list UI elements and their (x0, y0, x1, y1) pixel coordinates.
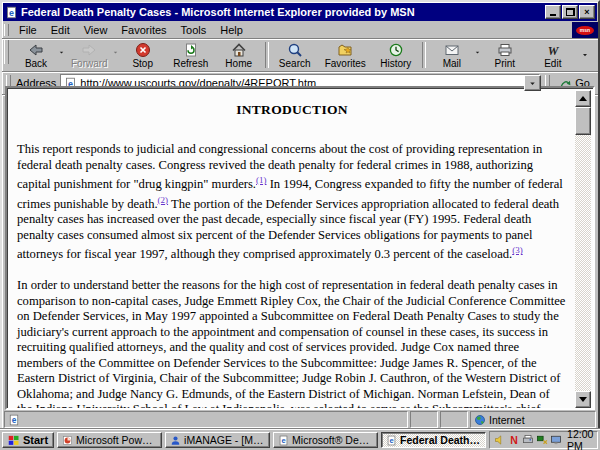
trayprint-icon[interactable] (522, 434, 534, 446)
favorites-icon (337, 42, 353, 58)
volume-icon[interactable] (494, 434, 506, 446)
menu-tools[interactable]: Tools (174, 23, 214, 37)
minimize-button[interactable] (545, 5, 561, 19)
toolbar-button-label: Stop (132, 58, 153, 69)
tray-icons: N (494, 434, 562, 446)
stop-button[interactable]: Stop (119, 40, 167, 70)
mail-button[interactable]: Mail (428, 40, 481, 70)
status-pane-3 (440, 411, 468, 428)
status-pane-2 (410, 411, 438, 428)
zone-label: Internet (489, 414, 525, 426)
toolbar-button-label: Home (225, 58, 252, 69)
start-button[interactable]: Start (2, 432, 54, 448)
menu-favorites[interactable]: Favorites (114, 23, 173, 37)
scrollbar-up-button[interactable] (575, 90, 591, 107)
system-tray: N 12:00 PM (489, 431, 598, 449)
restore-button[interactable] (562, 5, 578, 19)
vertical-scrollbar[interactable] (575, 90, 591, 408)
scrollbar-thumb[interactable] (575, 107, 591, 135)
title-bar[interactable]: e Federal Death Penalty Cases - Microsof… (3, 3, 597, 21)
taskbar-button-label: Microsoft PowerPoint - ... (76, 434, 157, 446)
taskbar-button[interactable]: iMANAGE - [Manage ... (165, 432, 270, 448)
arrow-up-icon (579, 96, 587, 101)
display-icon[interactable] (550, 434, 562, 446)
mail-icon (444, 42, 460, 58)
menu-help[interactable]: Help (213, 23, 250, 37)
menu-bar: FileEditViewFavoritesToolsHelp msn (2, 22, 598, 39)
toolbar-button-label: Refresh (173, 58, 208, 69)
search-button[interactable]: Search (271, 40, 319, 70)
restore-icon (566, 8, 575, 16)
toolbar-button-label: Edit (544, 58, 561, 69)
chevron-down-icon[interactable] (58, 49, 65, 56)
status-zone-pane: Internet (470, 411, 596, 428)
stop-icon (135, 42, 151, 58)
print-button[interactable]: Print (481, 40, 529, 70)
taskbar-button[interactable]: eMicrosoft® Design Gall... (273, 432, 378, 448)
favorites-button[interactable]: Favorites (319, 40, 372, 70)
scrollbar-track[interactable] (575, 107, 591, 391)
taskbar-button[interactable]: Microsoft PowerPoint - ... (57, 432, 162, 448)
svg-text:e: e (389, 436, 393, 445)
powerpoint-icon (62, 435, 73, 446)
norton-icon[interactable]: N (508, 434, 520, 446)
back-button[interactable]: Back (12, 40, 65, 70)
menu-file[interactable]: File (12, 23, 44, 37)
home-icon (231, 42, 247, 58)
taskbar-button[interactable]: eFederal Death Pen... (381, 432, 486, 448)
menu-bar-items: FileEditViewFavoritesToolsHelp (12, 23, 250, 37)
chevron-down-icon (581, 51, 589, 59)
taskbar-clock[interactable]: 12:00 PM (567, 428, 593, 450)
menu-view[interactable]: View (77, 23, 115, 37)
menu-grip[interactable] (4, 24, 9, 37)
toolbar-more-button[interactable] (577, 40, 593, 70)
chevron-down-icon[interactable] (474, 49, 481, 56)
iepage-icon: e (278, 435, 289, 446)
paragraph: This report responds to judicial and con… (17, 142, 567, 263)
taskbar-button-label: Microsoft® Design Gall... (292, 434, 373, 446)
ie-page-icon: e (8, 414, 20, 426)
toolbar-button-label: Forward (71, 58, 108, 69)
page-content-area: INTRODUCTION This report responds to jud… (5, 86, 595, 410)
history-button[interactable]: History (372, 40, 420, 70)
svg-text:W: W (547, 43, 559, 57)
modem-icon[interactable] (536, 434, 548, 446)
chevron-down-icon[interactable] (112, 49, 119, 56)
toolbar-grip[interactable] (4, 40, 9, 64)
taskbar: Start Microsoft PowerPoint - ...iMANAGE … (0, 429, 600, 450)
toolbar-button-label: Mail (443, 58, 461, 69)
arrow-down-icon (579, 397, 587, 402)
toolbar-button-label: History (380, 58, 411, 69)
browser-window: e Federal Death Penalty Cases - Microsof… (0, 0, 600, 432)
toolbar-separator (265, 42, 269, 68)
forward-icon (81, 42, 97, 58)
article-body: This report responds to judicial and con… (17, 142, 567, 408)
svg-text:e: e (9, 7, 14, 17)
scrollbar-down-button[interactable] (575, 391, 591, 408)
svg-text:N: N (510, 434, 518, 446)
window-title: Federal Death Penalty Cases - Microsoft … (21, 6, 544, 18)
refresh-button[interactable]: Refresh (167, 40, 215, 70)
print-icon (497, 42, 513, 58)
svg-text:e: e (12, 416, 17, 425)
footnote-link[interactable]: (2) (158, 195, 169, 205)
toolbar-button-label: Favorites (325, 58, 366, 69)
forward-button[interactable]: Forward (65, 40, 119, 70)
edit-button[interactable]: WEdit (529, 40, 577, 70)
toolbar-button-label: Print (495, 58, 516, 69)
ie-page-icon: e (5, 6, 18, 19)
iepage-icon: e (386, 435, 397, 446)
status-main-pane: e (4, 411, 408, 428)
footnote-link[interactable]: (3) (512, 245, 523, 255)
editw-icon: W (545, 42, 561, 58)
menu-edit[interactable]: Edit (44, 23, 77, 37)
toolbar-button-label: Search (279, 58, 311, 69)
minimize-icon (550, 14, 556, 16)
msn-logo[interactable]: msn (572, 22, 598, 38)
toolbar: BackForwardStopRefreshHomeSearchFavorite… (2, 39, 598, 72)
home-button[interactable]: Home (215, 40, 263, 70)
footnote-link[interactable]: (1) (256, 175, 267, 185)
close-button[interactable]: × (579, 5, 595, 19)
address-dropdown-button[interactable] (524, 75, 541, 91)
taskbar-button-label: Federal Death Pen... (400, 434, 481, 446)
